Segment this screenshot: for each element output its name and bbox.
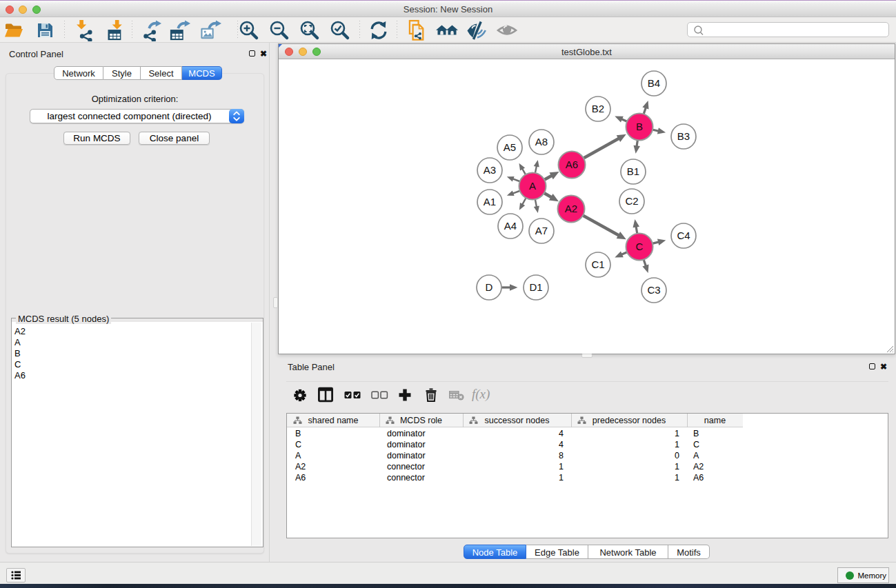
svg-text:A4: A4 — [504, 220, 517, 232]
svg-text:B4: B4 — [648, 77, 660, 89]
svg-text:B2: B2 — [592, 103, 604, 114]
svg-text:A7: A7 — [535, 225, 548, 236]
svg-text:B1: B1 — [627, 165, 639, 177]
svg-text:A3: A3 — [484, 164, 496, 176]
svg-text:C2: C2 — [625, 195, 638, 207]
svg-text:C: C — [636, 241, 644, 252]
svg-text:D: D — [486, 281, 493, 293]
svg-text:A1: A1 — [484, 196, 496, 207]
svg-text:C3: C3 — [647, 284, 660, 296]
svg-text:A: A — [529, 180, 536, 192]
svg-text:B: B — [636, 121, 643, 132]
svg-text:A6: A6 — [566, 159, 578, 170]
svg-text:A8: A8 — [535, 136, 548, 148]
svg-text:B3: B3 — [677, 130, 690, 142]
svg-text:C1: C1 — [591, 258, 604, 270]
svg-text:D1: D1 — [529, 281, 542, 293]
svg-text:A5: A5 — [504, 141, 516, 153]
svg-text:C4: C4 — [677, 230, 690, 241]
svg-text:A2: A2 — [565, 203, 577, 214]
